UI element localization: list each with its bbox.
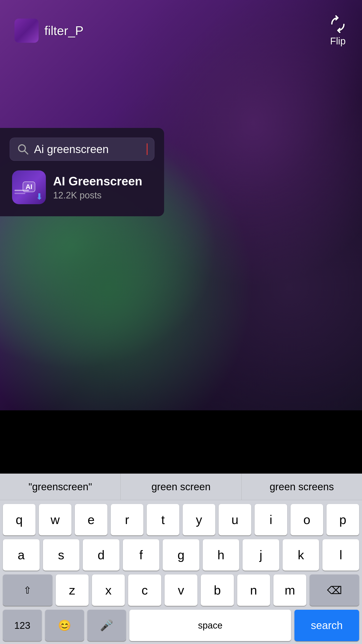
key-h[interactable]: h [203, 539, 240, 570]
key-u[interactable]: u [219, 504, 251, 536]
key-shift[interactable]: ⇧ [3, 574, 52, 606]
key-j[interactable]: j [242, 539, 279, 570]
keyboard: "greenscreen" green screen green screens… [0, 474, 362, 644]
key-y[interactable]: y [183, 504, 215, 536]
filter-thumbnail [14, 18, 38, 43]
key-e[interactable]: e [75, 504, 108, 536]
result-icon-inner: AI ⬇ [12, 170, 46, 204]
key-numbers[interactable]: 123 [3, 610, 42, 641]
key-n[interactable]: n [237, 574, 270, 606]
flip-icon [328, 14, 348, 34]
search-text-input[interactable]: Ai greenscreen [34, 143, 142, 156]
keyboard-row-2: a s d f g h j k l [3, 539, 359, 570]
key-m[interactable]: m [274, 574, 306, 606]
key-z[interactable]: z [56, 574, 88, 606]
key-d[interactable]: d [83, 539, 120, 570]
svg-line-1 [24, 150, 28, 154]
key-p[interactable]: p [326, 504, 359, 536]
flip-button[interactable]: Flip [328, 14, 348, 46]
delete-icon: ⌫ [327, 584, 342, 596]
key-l[interactable]: l [322, 539, 359, 570]
key-k[interactable]: k [282, 539, 319, 570]
autocomplete-item-1[interactable]: green screen [121, 474, 241, 500]
keyboard-row-3: ⇧ z x c v b n m ⌫ [3, 574, 359, 606]
key-search[interactable]: search [294, 610, 359, 641]
key-w[interactable]: w [39, 504, 72, 536]
result-text: AI Greenscreen 12.2K posts [53, 174, 142, 200]
text-cursor [147, 144, 148, 155]
key-emoji[interactable]: 😊 [45, 610, 84, 641]
key-delete[interactable]: ⌫ [310, 574, 359, 606]
search-result-item[interactable]: AI ⬇ AI Greenscreen 12.2K posts [12, 170, 152, 204]
filter-effect-lines [14, 190, 34, 197]
filter-info: filter_P [14, 18, 84, 43]
key-mic[interactable]: 🎤 [87, 610, 126, 641]
key-o[interactable]: o [290, 504, 323, 536]
search-icon [17, 143, 29, 156]
search-results: AI ⬇ AI Greenscreen 12.2K posts [10, 170, 154, 204]
key-g[interactable]: g [163, 539, 199, 570]
key-space[interactable]: space [129, 610, 291, 641]
key-a[interactable]: a [3, 539, 40, 570]
result-icon: AI ⬇ [12, 170, 46, 204]
download-icon: ⬇ [36, 192, 43, 202]
shift-icon: ⇧ [24, 584, 32, 596]
autocomplete-item-2[interactable]: green screens [242, 474, 362, 500]
search-input-container[interactable]: Ai greenscreen [10, 138, 154, 161]
search-panel: Ai greenscreen AI ⬇ AI Greenscreen 12.2K… [0, 128, 164, 216]
svg-rect-2 [14, 190, 29, 191]
keyboard-keys: q w e r t y u i o p a s d f g h j k l ⇧ … [0, 500, 362, 644]
keyboard-row-1: q w e r t y u i o p [3, 504, 359, 536]
key-q[interactable]: q [3, 504, 36, 536]
key-x[interactable]: x [92, 574, 125, 606]
flip-label: Flip [330, 36, 346, 46]
key-c[interactable]: c [128, 574, 161, 606]
key-t[interactable]: t [147, 504, 179, 536]
key-f[interactable]: f [123, 539, 160, 570]
autocomplete-item-0[interactable]: "greenscreen" [0, 474, 121, 500]
filter-name: filter_P [44, 24, 84, 38]
autocomplete-row: "greenscreen" green screen green screens [0, 474, 362, 500]
svg-rect-3 [14, 192, 25, 194]
top-header: filter_P Flip [0, 0, 362, 54]
key-v[interactable]: v [164, 574, 198, 606]
key-i[interactable]: i [254, 504, 287, 536]
key-b[interactable]: b [201, 574, 234, 606]
keyboard-row-4: 123 😊 🎤 space search [3, 610, 359, 641]
result-posts: 12.2K posts [53, 190, 142, 200]
key-r[interactable]: r [111, 504, 143, 536]
result-title: AI Greenscreen [53, 174, 142, 188]
key-s[interactable]: s [43, 539, 80, 570]
